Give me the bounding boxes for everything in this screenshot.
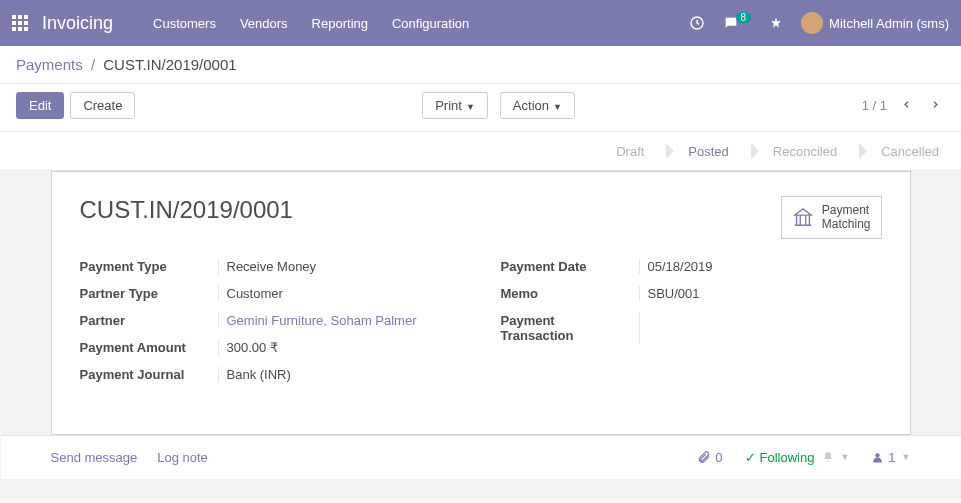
pager: 1 / 1 xyxy=(862,94,945,117)
status-reconciled[interactable]: Reconciled xyxy=(751,132,859,170)
follower-count: 1 xyxy=(888,450,895,465)
nav-configuration[interactable]: Configuration xyxy=(392,16,469,31)
user-name: Mitchell Admin (sms) xyxy=(829,16,949,31)
svg-rect-0 xyxy=(12,15,16,19)
nav-vendors[interactable]: Vendors xyxy=(240,16,288,31)
nav-menu: Customers Vendors Reporting Configuratio… xyxy=(153,16,688,31)
caret-down-icon: ▼ xyxy=(902,452,911,462)
edit-button[interactable]: Edit xyxy=(16,92,64,119)
person-icon xyxy=(871,451,884,464)
attach-count: 0 xyxy=(715,450,722,465)
nav-reporting[interactable]: Reporting xyxy=(312,16,368,31)
caret-down-icon: ▼ xyxy=(840,452,849,462)
svg-rect-7 xyxy=(18,27,22,31)
avatar-icon xyxy=(801,12,823,34)
app-name[interactable]: Invoicing xyxy=(42,13,113,34)
following-label: Following xyxy=(760,450,815,465)
svg-point-10 xyxy=(876,453,880,457)
bell-icon xyxy=(822,451,834,463)
left-col: Payment TypeReceive Money Partner TypeCu… xyxy=(80,259,461,394)
svg-rect-4 xyxy=(18,21,22,25)
log-note-link[interactable]: Log note xyxy=(157,450,208,465)
breadcrumb-sep: / xyxy=(91,56,95,73)
print-label: Print xyxy=(435,98,462,113)
pager-prev[interactable] xyxy=(897,94,916,117)
field-payment-journal: Payment JournalBank (INR) xyxy=(80,367,461,382)
status-cancelled[interactable]: Cancelled xyxy=(859,132,961,170)
top-nav: Invoicing Customers Vendors Reporting Co… xyxy=(0,0,961,46)
check-icon: ✓ xyxy=(745,450,756,465)
nav-right: 8 Mitchell Admin (sms) xyxy=(689,12,949,34)
breadcrumb-bar: Payments / CUST.IN/2019/0001 xyxy=(0,46,961,84)
print-button[interactable]: Print▼ xyxy=(422,92,488,119)
action-label: Action xyxy=(513,98,549,113)
page-title: CUST.IN/2019/0001 xyxy=(80,196,781,224)
action-button[interactable]: Action▼ xyxy=(500,92,575,119)
svg-rect-5 xyxy=(24,21,28,25)
following-button[interactable]: ✓ Following ▼ xyxy=(745,450,850,465)
send-message-link[interactable]: Send message xyxy=(51,450,138,465)
svg-rect-2 xyxy=(24,15,28,19)
action-bar: Edit Create Print▼ Action▼ 1 / 1 xyxy=(0,84,961,131)
bank-icon xyxy=(792,206,814,228)
status-posted[interactable]: Posted xyxy=(666,132,750,170)
user-menu[interactable]: Mitchell Admin (sms) xyxy=(801,12,949,34)
breadcrumb: Payments / CUST.IN/2019/0001 xyxy=(16,56,237,73)
apps-icon[interactable] xyxy=(12,15,28,31)
create-button[interactable]: Create xyxy=(70,92,135,119)
payment-matching-button[interactable]: Payment Matching xyxy=(781,196,882,239)
field-payment-amount: Payment Amount300.00 ₹ xyxy=(80,340,461,355)
form-sheet: CUST.IN/2019/0001 Payment Matching Payme… xyxy=(51,171,911,435)
chatter: Send message Log note 0 ✓ Following ▼ 1 … xyxy=(1,435,961,479)
nav-customers[interactable]: Customers xyxy=(153,16,216,31)
chat-icon[interactable]: 8 xyxy=(723,15,752,31)
right-col: Payment Date05/18/2019 MemoSBU/001 Payme… xyxy=(501,259,882,394)
field-memo: MemoSBU/001 xyxy=(501,286,882,301)
attachments[interactable]: 0 xyxy=(697,450,722,465)
status-bar: Draft Posted Reconciled Cancelled xyxy=(0,131,961,171)
breadcrumb-current: CUST.IN/2019/0001 xyxy=(103,56,236,73)
sheet-wrap: CUST.IN/2019/0001 Payment Matching Payme… xyxy=(0,171,961,499)
svg-rect-3 xyxy=(12,21,16,25)
field-payment-date: Payment Date05/18/2019 xyxy=(501,259,882,274)
svg-rect-1 xyxy=(18,15,22,19)
svg-rect-6 xyxy=(12,27,16,31)
caret-down-icon: ▼ xyxy=(466,102,475,112)
paperclip-icon xyxy=(697,450,711,464)
svg-rect-8 xyxy=(24,27,28,31)
caret-down-icon: ▼ xyxy=(553,102,562,112)
clock-icon[interactable] xyxy=(689,15,705,31)
stat-line2: Matching xyxy=(822,217,871,231)
stat-line1: Payment xyxy=(822,203,871,217)
field-payment-type: Payment TypeReceive Money xyxy=(80,259,461,274)
pager-range: 1 / 1 xyxy=(862,98,887,113)
field-partner-type: Partner TypeCustomer xyxy=(80,286,461,301)
field-partner: PartnerGemini Furniture, Soham Palmer xyxy=(80,313,461,328)
chat-badge: 8 xyxy=(736,12,752,23)
activity-icon[interactable] xyxy=(769,16,783,30)
pager-next[interactable] xyxy=(926,94,945,117)
breadcrumb-root[interactable]: Payments xyxy=(16,56,83,73)
field-payment-transaction: Payment Transaction xyxy=(501,313,882,343)
followers[interactable]: 1 ▼ xyxy=(871,450,910,465)
status-draft[interactable]: Draft xyxy=(594,132,666,170)
fields-grid: Payment TypeReceive Money Partner TypeCu… xyxy=(80,259,882,394)
